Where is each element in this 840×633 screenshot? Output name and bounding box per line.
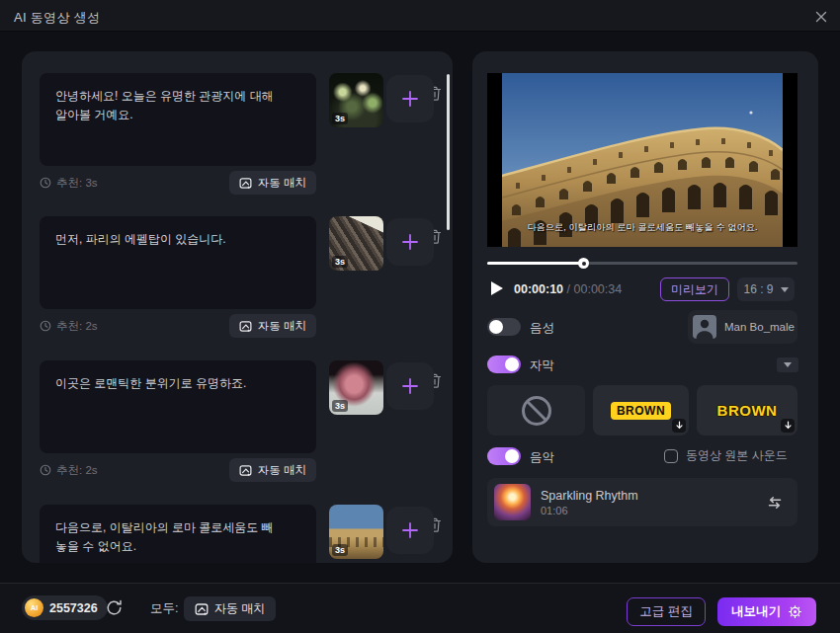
- speaker-avatar: [693, 315, 716, 339]
- add-clip-button[interactable]: [386, 218, 434, 266]
- close-icon[interactable]: [812, 8, 830, 26]
- music-track-name: Sparkling Rhythm: [541, 489, 638, 503]
- segment-meta-row: 추천: 3s 자동 매치: [40, 170, 316, 196]
- style-sample-text: BROWN: [611, 402, 671, 420]
- chevron-down-icon: [781, 287, 789, 292]
- credits-pill[interactable]: AI 2557326: [22, 595, 108, 620]
- total-time: 00:00:34: [574, 282, 623, 296]
- time-display: 00:00:10 / 00:00:34: [514, 277, 622, 302]
- swap-track-icon[interactable]: [766, 495, 784, 511]
- recommend-duration: 추천: 3s: [40, 176, 98, 191]
- all-label: 모두:: [150, 584, 178, 633]
- subtitle-overlay: 다음으로, 이탈리아의 로마 콜로세움도 빼놓을 수 없어요.: [487, 221, 798, 234]
- plus-icon: [400, 232, 420, 252]
- thumbnail-duration-badge: 3s: [332, 113, 348, 124]
- speaker-name: Man Bo_male: [724, 321, 795, 333]
- export-button[interactable]: 내보내기: [717, 597, 816, 626]
- subtitle-style-dropdown[interactable]: [777, 357, 798, 372]
- slider-handle[interactable]: [578, 258, 589, 269]
- subtitle-style-none[interactable]: [487, 385, 585, 435]
- download-icon: [781, 419, 795, 433]
- advanced-edit-button[interactable]: 고급 편집: [627, 597, 706, 626]
- video-preview[interactable]: 다음으로, 이탈리아의 로마 콜로세움도 빼놓을 수 없어요.: [487, 73, 798, 247]
- style-sample-text: BROWN: [717, 402, 778, 419]
- ai-coin-icon: AI: [25, 598, 43, 617]
- music-thumbnail: [494, 484, 531, 520]
- segment-text[interactable]: 안녕하세요! 오늘은 유명한 관광지에 대해 알아볼 거예요.: [40, 73, 316, 166]
- plus-icon: [400, 376, 420, 396]
- original-sound-checkbox[interactable]: [664, 449, 678, 463]
- gear-icon: [788, 604, 802, 619]
- music-toggle[interactable]: [487, 447, 521, 465]
- auto-match-icon: [239, 320, 252, 333]
- subtitle-style-brown-box[interactable]: BROWN: [593, 385, 689, 435]
- add-clip-button[interactable]: [386, 507, 434, 554]
- plus-icon: [400, 520, 420, 540]
- voice-label: 음성: [530, 320, 554, 337]
- subtitle-toggle[interactable]: [487, 356, 521, 373]
- slider-fill: [487, 262, 583, 265]
- clock-icon: [40, 177, 51, 189]
- current-time: 00:00:10: [514, 282, 563, 296]
- voice-toggle[interactable]: [487, 318, 521, 336]
- segment-thumbnail[interactable]: 3s: [329, 360, 383, 415]
- thumbnail-duration-badge: 3s: [332, 400, 348, 412]
- credits-count: 2557326: [49, 601, 98, 615]
- add-clip-button[interactable]: [386, 75, 434, 122]
- auto-match-icon: [195, 602, 209, 616]
- segment-text[interactable]: 이곳은 로맨틱한 분위기로 유명하죠.: [40, 360, 316, 453]
- chevron-down-icon: [784, 362, 792, 367]
- script-segment-list: 안녕하세요! 오늘은 유명한 관광지에 대해 알아볼 거예요. 추천: 3s 자…: [22, 51, 453, 563]
- auto-match-icon: [239, 177, 252, 190]
- no-style-icon: [519, 393, 554, 429]
- dialog-title: AI 동영상 생성: [14, 9, 100, 27]
- ai-video-generation-dialog: AI 동영상 생성 안녕하세요! 오늘은 유명한 관광지에 대해 알아볼 거예요…: [0, 0, 840, 633]
- auto-match-button[interactable]: 자동 매치: [229, 314, 316, 338]
- auto-match-all-button[interactable]: 자동 매치: [184, 596, 276, 621]
- segment-meta-row: 추천: 2s 자동 매치: [40, 457, 316, 483]
- clock-icon: [40, 464, 51, 476]
- refresh-icon[interactable]: [105, 598, 124, 617]
- subtitle-style-brown-outline[interactable]: BROWN: [697, 385, 798, 435]
- original-sound-option: 동영상 원본 사운드: [664, 447, 788, 464]
- segment-thumbnail[interactable]: 3s: [329, 73, 383, 127]
- preview-button[interactable]: 미리보기: [660, 277, 729, 301]
- auto-match-button[interactable]: 자동 매치: [229, 171, 316, 195]
- playback-controls: 00:00:10 / 00:00:34 미리보기 16 : 9: [472, 277, 818, 302]
- thumbnail-duration-badge: 3s: [332, 256, 348, 268]
- auto-match-button[interactable]: 자동 매치: [229, 458, 316, 482]
- auto-match-icon: [239, 464, 252, 477]
- segment-thumbnail[interactable]: 3s: [329, 505, 383, 559]
- segment-text[interactable]: 먼저, 파리의 에펠탑이 있습니다.: [40, 216, 316, 309]
- recommend-duration: 추천: 2s: [40, 319, 98, 334]
- preview-panel: 다음으로, 이탈리아의 로마 콜로세움도 빼놓을 수 없어요. 00:00:10…: [472, 51, 818, 563]
- playback-slider[interactable]: [487, 257, 798, 269]
- plus-icon: [400, 89, 420, 109]
- thumbnail-duration-badge: 3s: [332, 544, 348, 556]
- subtitle-label: 자막: [530, 357, 554, 374]
- recommend-duration: 추천: 2s: [40, 463, 98, 478]
- speaker-chip[interactable]: Man Bo_male: [688, 310, 798, 344]
- segment-text[interactable]: 다음으로, 이탈리아의 로마 콜로세움도 빼놓을 수 없어요.: [40, 505, 316, 563]
- footer-bar: AI 2557326 모두: 자동 매치 고급 편집 내보내기: [0, 583, 840, 633]
- original-sound-label: 동영상 원본 사운드: [686, 447, 788, 464]
- scrollbar[interactable]: [447, 74, 450, 230]
- titlebar: AI 동영상 생성: [0, 0, 840, 32]
- music-label: 음악: [530, 449, 554, 466]
- music-meta: Sparkling Rhythm 01:06: [541, 489, 638, 516]
- segment-meta-row: 추천: 2s 자동 매치: [40, 313, 316, 339]
- add-clip-button[interactable]: [386, 362, 434, 410]
- aspect-ratio-dropdown[interactable]: 16 : 9: [737, 277, 795, 301]
- play-icon[interactable]: [491, 281, 503, 295]
- segment-thumbnail[interactable]: 3s: [329, 216, 383, 271]
- music-track-duration: 01:06: [541, 505, 638, 516]
- music-track-card[interactable]: Sparkling Rhythm 01:06: [487, 478, 798, 526]
- download-icon: [672, 419, 686, 433]
- clock-icon: [40, 320, 51, 332]
